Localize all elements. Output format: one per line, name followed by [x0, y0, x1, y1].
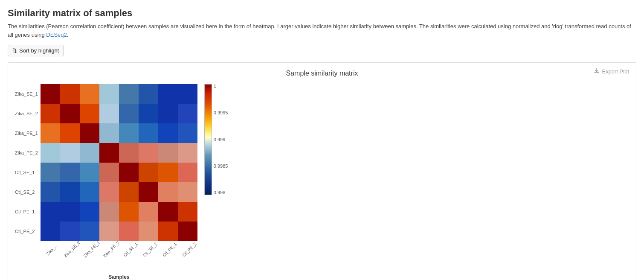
sort-button-label: Sort by highlight [19, 47, 59, 54]
y-label: Zika_PE_1 [15, 123, 38, 143]
x-label: Zika_SE_2 [63, 241, 80, 258]
legend-bar [204, 84, 212, 195]
heatmap-cell [60, 84, 80, 104]
page-title: Similarity matrix of samples [8, 8, 636, 19]
heatmap-cell [80, 222, 99, 241]
heatmap-cell [119, 222, 139, 241]
heatmap-cell [99, 84, 119, 104]
heatmap-cell [119, 104, 139, 123]
legend-area: 1 0.9995 0.999 0.9985 0.998 [204, 84, 228, 195]
export-plot-button[interactable]: Export Plot [594, 68, 629, 75]
y-label: Ctl_SE_2 [15, 182, 38, 202]
heatmap-cell [41, 163, 60, 182]
heatmap-cell [178, 104, 197, 123]
x-label: Ctl_SE_2 [142, 241, 159, 258]
description: The similarities (Pearson correlation co… [8, 22, 636, 39]
heatmap-cell [139, 143, 158, 163]
export-icon [594, 68, 600, 75]
heatmap-wrapper: Zika_SE_1Zika_SE_2Zika_PE_1Zika_PE_2Ctl_… [15, 84, 629, 280]
y-label: Ctl_PE_2 [15, 222, 38, 241]
x-label: Ctl_PE_1 [161, 241, 178, 258]
legend-max: 1 [214, 84, 228, 89]
heatmap-cell [41, 222, 60, 241]
heatmap-cell [178, 222, 197, 241]
heatmap-cell [158, 84, 178, 104]
heatmap-cell [99, 163, 119, 182]
legend-row: 1 0.9995 0.999 0.9985 0.998 [204, 84, 228, 195]
x-label: Zika_PE_1 [83, 241, 100, 258]
heatmap-cell [99, 202, 119, 222]
heatmap-cell [99, 222, 119, 241]
heatmap-cell [139, 123, 158, 143]
plot-title: Sample similarity matrix [15, 70, 629, 77]
heatmap-cell [41, 143, 60, 163]
heatmap-cell [99, 104, 119, 123]
heatmap-cell [60, 123, 80, 143]
heatmap-cell [119, 202, 139, 222]
sort-by-highlight-button[interactable]: ⇅ Sort by highlight [8, 45, 64, 56]
heatmap-grid [41, 84, 197, 241]
heatmap-cell [139, 222, 158, 241]
heatmap-cell [139, 202, 158, 222]
heatmap-cell [139, 163, 158, 182]
heatmap-cell [178, 163, 197, 182]
heatmap-cell [80, 123, 99, 143]
heatmap-cell [41, 202, 60, 222]
heatmap-cell [41, 104, 60, 123]
heatmap-cell [80, 182, 99, 202]
page-container: Similarity matrix of samples The similar… [0, 0, 644, 280]
heatmap-cell [178, 182, 197, 202]
heatmap-cell [60, 163, 80, 182]
legend-v1: 0.9995 [214, 111, 228, 115]
heatmap-cell [60, 182, 80, 202]
heatmap-cell [41, 84, 60, 104]
grid-and-x: Zika_...Zika_SE_2Zika_PE_1Zika_PE_2Ctl_S… [41, 84, 197, 253]
heatmap-cell [119, 123, 139, 143]
heatmap-cell [80, 84, 99, 104]
heatmap-area: Zika_SE_1Zika_SE_2Zika_PE_1Zika_PE_2Ctl_… [15, 84, 197, 280]
legend-v2: 0.999 [214, 137, 228, 142]
heatmap-cell [80, 104, 99, 123]
heatmap-cell [80, 163, 99, 182]
heatmap-cell [139, 182, 158, 202]
heatmap-cell [60, 202, 80, 222]
heatmap-cell [158, 123, 178, 143]
heatmap-cell [41, 182, 60, 202]
heatmap-cell [139, 84, 158, 104]
heatmap-cell [80, 202, 99, 222]
heatmap-cell [139, 104, 158, 123]
heatmap-cell [60, 222, 80, 241]
sort-icon: ⇅ [12, 47, 17, 54]
heatmap-cell [41, 123, 60, 143]
heatmap-cell [99, 123, 119, 143]
heatmap-cell [158, 143, 178, 163]
heatmap-cell [158, 104, 178, 123]
y-label: Ctl_PE_1 [15, 202, 38, 222]
y-label: Zika_SE_1 [15, 84, 38, 104]
y-label: Zika_SE_2 [15, 104, 38, 123]
y-label: Ctl_SE_1 [15, 163, 38, 182]
description-text-2: . [67, 32, 69, 38]
heatmap-cell [158, 202, 178, 222]
y-labels: Zika_SE_1Zika_SE_2Zika_PE_1Zika_PE_2Ctl_… [15, 84, 38, 241]
x-axis-title: Samples [41, 274, 197, 280]
heatmap-cell [158, 222, 178, 241]
y-label: Zika_PE_2 [15, 143, 38, 163]
heatmap-cell [178, 123, 197, 143]
heatmap-cell [80, 143, 99, 163]
heatmap-cell [158, 182, 178, 202]
x-label: Zika_PE_2 [102, 241, 119, 258]
description-text-1: The similarities (Pearson correlation co… [8, 23, 631, 38]
heatmap-main-row: Zika_SE_1Zika_SE_2Zika_PE_1Zika_PE_2Ctl_… [15, 84, 197, 253]
deseq2-link[interactable]: DESeq2 [46, 32, 67, 38]
heatmap-cell [178, 202, 197, 222]
heatmap-cell [119, 163, 139, 182]
heatmap-cell [178, 84, 197, 104]
x-label: Ctl_PE_2 [181, 241, 198, 258]
legend-labels: 1 0.9995 0.999 0.9985 0.998 [214, 84, 228, 195]
legend-v3: 0.9985 [214, 164, 228, 169]
heatmap-cell [119, 84, 139, 104]
heatmap-cell [178, 143, 197, 163]
plot-container: Export Plot Sample similarity matrix Zik… [8, 62, 636, 280]
export-label: Export Plot [602, 68, 629, 75]
